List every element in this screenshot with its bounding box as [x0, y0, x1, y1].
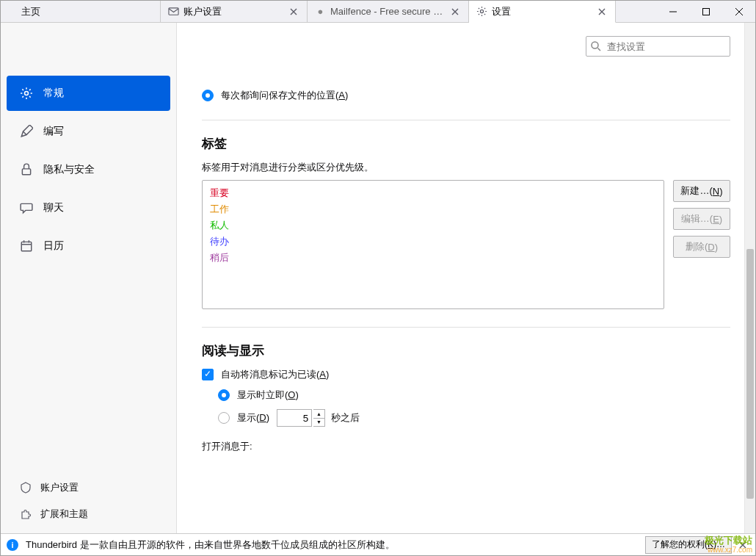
window-minimize[interactable] — [656, 1, 689, 22]
svg-rect-0 — [169, 8, 178, 15]
tag-edit-button[interactable]: 编辑…(E) — [673, 208, 730, 230]
tags-listbox[interactable]: 重要 工作 私人 待办 稍后 — [202, 180, 664, 309]
tag-delete-button[interactable]: 删除(D) — [673, 236, 730, 258]
mark-read-delay-row[interactable]: 显示(D) ▲▼ 秒之后 — [218, 409, 730, 427]
tab-settings-active[interactable]: 设置 — [469, 1, 616, 23]
tags-section-title: 标签 — [202, 135, 730, 152]
settings-sidebar: 常规 编写 隐私与安全 聊天 日历 — [1, 23, 177, 533]
site-dot-icon: ● — [315, 6, 326, 17]
mark-read-label: 自动将消息标记为已读(A) — [221, 368, 329, 381]
tab-home[interactable]: 主页 — [1, 1, 161, 22]
sidebar-general-label: 常规 — [43, 87, 64, 100]
sidebar-addons-label: 扩展和主题 — [40, 508, 88, 521]
sidebar-addons[interactable]: 扩展和主题 — [7, 501, 170, 527]
settings-main: 每次都询问保存文件的位置(A) 标签 标签用于对消息进行分类或区分优先级。 重要… — [177, 23, 755, 533]
radio-unchecked-icon — [218, 412, 230, 424]
info-bar: i Thunderbird 是一款自由且开源的软件，由来自世界各地数千位成员组成… — [1, 533, 755, 555]
tab-mailfence-close[interactable] — [449, 6, 461, 18]
tag-item-later[interactable]: 稍后 — [210, 250, 656, 266]
radio-checked-icon — [218, 389, 230, 401]
lock-icon — [20, 163, 33, 176]
sidebar-calendar-label: 日历 — [43, 239, 64, 253]
sidebar-item-general[interactable]: 常规 — [7, 76, 170, 111]
file-save-ask-label: 每次都询问保存文件的位置(A) — [221, 89, 348, 102]
tag-new-button[interactable]: 新建…(N) — [673, 180, 730, 202]
open-message-in-label: 打开消息于: — [202, 440, 730, 453]
checkbox-checked-icon — [202, 369, 214, 380]
svg-rect-4 — [22, 169, 30, 175]
mark-read-immediate-row[interactable]: 显示时立即(O) — [218, 389, 730, 402]
window-controls — [656, 1, 755, 22]
svg-rect-2 — [702, 8, 709, 15]
title-bar: 主页 账户设置 ● Mailfence - Free secure em 设置 — [1, 1, 755, 23]
sidebar-account-settings[interactable]: 账户设置 — [7, 474, 170, 501]
mark-read-immediate-label: 显示时立即(O) — [237, 389, 299, 402]
reading-section-title: 阅读与显示 — [202, 342, 730, 359]
window-close[interactable] — [722, 1, 755, 22]
tags-section-desc: 标签用于对消息进行分类或区分优先级。 — [202, 161, 730, 174]
vertical-scrollbar[interactable] — [744, 23, 755, 533]
info-bar-close[interactable] — [736, 541, 749, 549]
info-bar-text: Thunderbird 是一款自由且开源的软件，由来自世界各地数千位成员组成的社… — [26, 538, 395, 552]
tab-accounts[interactable]: 账户设置 — [161, 1, 308, 22]
tag-item-todo[interactable]: 待办 — [210, 234, 656, 250]
tab-mailfence-label: Mailfence - Free secure em — [330, 6, 443, 17]
mark-read-delay-post: 秒之后 — [331, 411, 360, 425]
mark-read-delay-input[interactable] — [277, 409, 312, 427]
svg-rect-5 — [21, 242, 32, 250]
sidebar-item-compose[interactable]: 编写 — [7, 114, 170, 149]
calendar-icon — [20, 239, 33, 253]
svg-point-1 — [480, 10, 483, 12]
radio-checked-icon — [202, 90, 214, 101]
section-divider — [202, 120, 730, 120]
mark-read-delay-pre: 显示(D) — [237, 411, 269, 425]
puzzle-icon — [20, 508, 32, 520]
tab-home-label: 主页 — [21, 5, 153, 18]
chat-icon — [20, 201, 33, 214]
tab-mailfence[interactable]: ● Mailfence - Free secure em — [308, 1, 469, 22]
tab-settings-close[interactable] — [596, 6, 608, 18]
spin-up-icon[interactable]: ▲ — [313, 410, 324, 419]
gear-icon — [20, 87, 33, 100]
sidebar-item-chat[interactable]: 聊天 — [7, 190, 170, 225]
pencil-icon — [20, 125, 33, 138]
sidebar-chat-label: 聊天 — [43, 201, 64, 214]
file-save-ask-radio-row[interactable]: 每次都询问保存文件的位置(A) — [202, 89, 730, 102]
section-divider — [202, 327, 730, 328]
svg-point-3 — [25, 92, 29, 95]
sidebar-item-calendar[interactable]: 日历 — [7, 228, 170, 264]
know-your-rights-button[interactable]: 了解您的权利(K)… — [645, 536, 732, 554]
sidebar-item-privacy[interactable]: 隐私与安全 — [7, 152, 170, 187]
info-icon: i — [7, 539, 18, 551]
mail-settings-icon — [168, 6, 179, 17]
tab-accounts-label: 账户设置 — [183, 5, 282, 18]
number-spinner[interactable]: ▲▼ — [313, 409, 325, 427]
tag-item-important[interactable]: 重要 — [210, 185, 656, 201]
sidebar-account-label: 账户设置 — [40, 482, 79, 494]
gear-icon — [476, 6, 487, 17]
tag-item-work[interactable]: 工作 — [210, 201, 656, 217]
mark-read-checkbox-row[interactable]: 自动将消息标记为已读(A) — [202, 368, 730, 381]
tag-item-personal[interactable]: 私人 — [210, 217, 656, 234]
sidebar-privacy-label: 隐私与安全 — [43, 163, 95, 176]
window-maximize[interactable] — [689, 1, 722, 22]
scrollbar-thumb[interactable] — [746, 249, 754, 499]
spin-down-icon[interactable]: ▼ — [313, 419, 324, 427]
tab-settings-label: 设置 — [492, 5, 590, 18]
sidebar-compose-label: 编写 — [43, 125, 64, 138]
tab-accounts-close[interactable] — [288, 6, 299, 18]
account-icon — [20, 482, 32, 494]
